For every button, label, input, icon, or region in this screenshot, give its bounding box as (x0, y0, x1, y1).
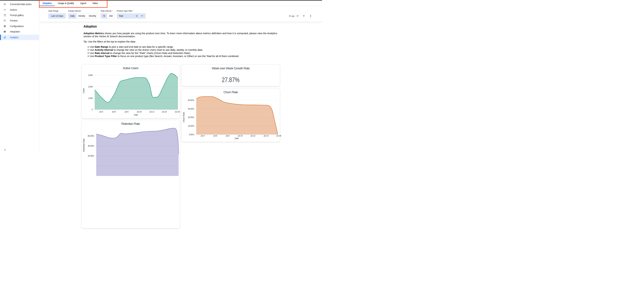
svg-text:Jul 6: Jul 6 (112, 111, 116, 113)
svg-text:Jul 8: Jul 8 (226, 135, 230, 137)
svg-text:Jul 10: Jul 10 (136, 111, 142, 113)
svg-text:3,000: 3,000 (88, 74, 93, 76)
svg-text:Jul 12: Jul 12 (149, 111, 154, 113)
svg-text:Jul 14: Jul 14 (264, 135, 268, 137)
svg-text:20.00%: 20.00% (188, 116, 194, 119)
svg-text:Jul 4: Jul 4 (99, 111, 103, 113)
svg-text:0: 0 (92, 108, 93, 111)
svg-text:2,000: 2,000 (88, 85, 93, 88)
svg-text:Jul 12: Jul 12 (250, 135, 256, 137)
svg-text:Jul 16: Jul 16 (175, 111, 180, 113)
svg-text:40.00%: 40.00% (188, 99, 194, 102)
svg-text:30.00%: 30.00% (188, 108, 194, 110)
svg-text:1,000: 1,000 (88, 97, 93, 99)
svg-text:0.00%: 0.00% (189, 134, 194, 136)
svg-text:60.00%: 60.00% (88, 135, 94, 137)
svg-text:Users: Users (82, 88, 85, 93)
svg-text:10.00%: 10.00% (188, 125, 194, 127)
svg-text:Jul 16: Jul 16 (276, 135, 281, 137)
svg-text:Jul 6: Jul 6 (213, 135, 217, 137)
svg-text:Churn Rate: Churn Rate (182, 112, 185, 122)
svg-text:Retention Rate: Retention Rate (83, 138, 85, 152)
svg-text:Jul 8: Jul 8 (124, 111, 128, 113)
svg-text:Date: Date (234, 137, 239, 140)
svg-text:Jul 10: Jul 10 (238, 135, 243, 137)
svg-text:Jul 14: Jul 14 (162, 111, 167, 113)
svg-text:Date: Date (134, 114, 138, 116)
svg-text:Jul 4: Jul 4 (200, 135, 204, 137)
svg-text:40.00%: 40.00% (88, 145, 94, 147)
